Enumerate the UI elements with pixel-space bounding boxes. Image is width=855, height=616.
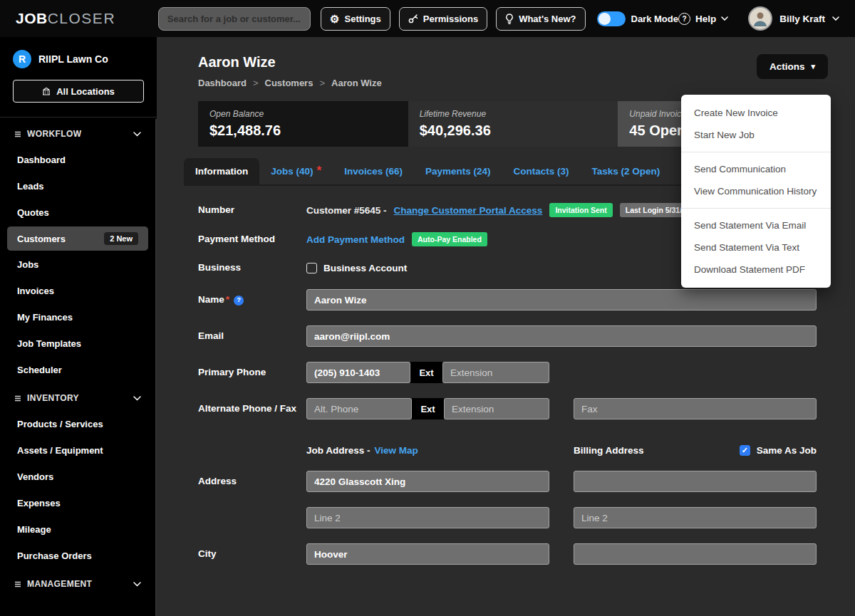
menu-item-send-statement-text[interactable]: Send Statement Via Text xyxy=(681,236,831,259)
breadcrumb-dashboard[interactable]: Dashboard xyxy=(198,78,247,88)
section-workflow-label: WORKFLOW xyxy=(27,129,82,139)
building-icon xyxy=(42,87,51,95)
sidebar-item-customers[interactable]: Customers 2 New xyxy=(7,226,148,251)
item-label: Assets / Equipment xyxy=(17,445,103,456)
menu-item-download-statement-pdf[interactable]: Download Statement PDF xyxy=(681,259,831,281)
settings-label: Settings xyxy=(345,14,381,24)
sidebar-nav: WORKFLOW Dashboard Leads Quotes Customer… xyxy=(0,119,157,616)
breadcrumb-customers[interactable]: Customers xyxy=(265,78,314,88)
help-menu[interactable]: ? Help xyxy=(678,13,728,25)
billing-address-header: Billing Address xyxy=(574,445,644,456)
menu-item-send-statement-email[interactable]: Send Statement Via Email xyxy=(681,214,831,236)
menu-lines-icon xyxy=(14,395,21,402)
billing-address-line2-input[interactable] xyxy=(574,507,817,528)
tab-label: Jobs (40) xyxy=(271,166,313,177)
same-as-job-label: Same As Job xyxy=(757,445,817,456)
sidebar-item-products-services[interactable]: Products / Services xyxy=(0,411,155,437)
section-workflow[interactable]: WORKFLOW xyxy=(0,119,155,147)
breadcrumb: Dashboard > Customers > Aaron Wize xyxy=(198,78,382,88)
tab-contacts[interactable]: Contacts (3) xyxy=(502,158,581,184)
sidebar-item-assets-equipment[interactable]: Assets / Equipment xyxy=(0,437,155,464)
view-map-link[interactable]: View Map xyxy=(375,445,418,456)
app-logo[interactable]: JOBCLOSER xyxy=(16,10,158,27)
sidebar-item-job-templates[interactable]: Job Templates xyxy=(0,330,155,357)
primary-phone-label: Primary Phone xyxy=(198,366,306,379)
tab-jobs[interactable]: Jobs (40)* xyxy=(259,158,333,184)
customer-number: Customer #5645 - xyxy=(306,205,387,216)
sidebar-item-invoices[interactable]: Invoices xyxy=(0,278,155,304)
stat-label: Lifetime Revenue xyxy=(420,109,607,119)
primary-phone-extension-input[interactable] xyxy=(442,362,549,383)
company-avatar[interactable]: R xyxy=(13,50,31,68)
user-name: Billy Kraft xyxy=(779,14,825,24)
name-input[interactable] xyxy=(306,289,817,310)
toggle-knob xyxy=(598,13,611,25)
tab-tasks[interactable]: Tasks (2 Open) xyxy=(581,158,672,184)
billing-city-input[interactable] xyxy=(574,543,817,565)
payment-method-label: Payment Method xyxy=(198,233,306,246)
tab-information[interactable]: Information xyxy=(184,158,259,184)
primary-phone-input[interactable] xyxy=(306,362,410,383)
name-label-text: Name xyxy=(198,294,224,305)
settings-button[interactable]: ⚙ Settings xyxy=(321,7,390,31)
menu-item-view-communication-history[interactable]: View Communication History xyxy=(681,180,831,202)
actions-button[interactable]: Actions ▾ xyxy=(757,54,828,79)
item-label: Expenses xyxy=(17,498,61,508)
sidebar-item-quotes[interactable]: Quotes xyxy=(0,199,155,226)
stat-value: $21,488.76 xyxy=(209,122,397,139)
item-label: Job Templates xyxy=(17,338,81,349)
required-asterisk: * xyxy=(226,294,229,305)
job-address-line2-input[interactable] xyxy=(306,507,549,528)
sidebar-item-expenses[interactable]: Expenses xyxy=(0,490,155,516)
sidebar-item-vendors[interactable]: Vendors xyxy=(0,464,155,490)
dark-mode-toggle[interactable] xyxy=(597,11,626,26)
all-locations-button[interactable]: All Locations xyxy=(13,80,144,103)
info-icon[interactable]: ? xyxy=(234,296,244,306)
dark-mode-group: Dark Mode xyxy=(597,11,678,26)
item-label: Leads xyxy=(17,181,44,192)
email-input[interactable] xyxy=(306,325,817,347)
sidebar-item-my-finances[interactable]: My Finances xyxy=(0,304,155,330)
business-account-checkbox[interactable] xyxy=(306,263,317,273)
sidebar-item-purchase-orders[interactable]: Purchase Orders xyxy=(0,543,155,569)
tab-label: Contacts (3) xyxy=(514,166,569,177)
menu-item-create-new-invoice[interactable]: Create New Invoice xyxy=(681,102,831,124)
permissions-button[interactable]: Permissions xyxy=(399,7,487,31)
tab-invoices[interactable]: Invoices (66) xyxy=(333,158,414,184)
search-input[interactable] xyxy=(158,7,311,31)
section-inventory[interactable]: INVENTORY xyxy=(0,383,155,411)
alt-phone-input[interactable] xyxy=(306,398,412,419)
help-icon: ? xyxy=(678,13,690,25)
item-label: Jobs xyxy=(17,259,38,270)
address-label: Address xyxy=(198,475,306,488)
sidebar-item-dashboard[interactable]: Dashboard xyxy=(0,147,155,173)
job-address-input[interactable] xyxy=(306,471,549,492)
billing-address-input[interactable] xyxy=(574,471,817,492)
number-label: Number xyxy=(198,204,306,216)
company-name: RIIPL Lawn Co xyxy=(38,53,108,65)
fax-input[interactable] xyxy=(574,398,817,419)
add-payment-method-link[interactable]: Add Payment Method xyxy=(306,234,405,245)
job-city-input[interactable] xyxy=(306,543,549,565)
section-management[interactable]: MANAGEMENT xyxy=(0,569,155,597)
same-as-job-checkbox[interactable] xyxy=(740,445,750,456)
user-menu[interactable]: Billy Kraft xyxy=(748,6,839,31)
whats-new-button[interactable]: What's New? xyxy=(496,7,585,31)
menu-item-start-new-job[interactable]: Start New Job xyxy=(681,124,831,146)
change-portal-access-link[interactable]: Change Customer Portal Access xyxy=(394,205,543,216)
logo-job: JOB xyxy=(16,10,48,26)
sidebar-item-jobs[interactable]: Jobs xyxy=(0,251,155,278)
sidebar-item-mileage[interactable]: Mileage xyxy=(0,516,155,543)
menu-item-send-communication[interactable]: Send Communication xyxy=(681,158,831,180)
alt-phone-extension-input[interactable] xyxy=(444,398,549,419)
menu-lines-icon xyxy=(14,131,21,137)
alert-asterisk-icon: * xyxy=(317,167,322,174)
all-locations-label: All Locations xyxy=(56,86,115,97)
menu-divider xyxy=(681,152,831,152)
job-address-header: Job Address - xyxy=(306,445,370,456)
breadcrumb-current: Aaron Wize xyxy=(331,78,382,88)
sidebar-item-leads[interactable]: Leads xyxy=(0,173,155,199)
sidebar-item-scheduler[interactable]: Scheduler xyxy=(0,357,155,383)
ext-label: Ext xyxy=(412,398,444,419)
tab-payments[interactable]: Payments (24) xyxy=(414,158,502,184)
